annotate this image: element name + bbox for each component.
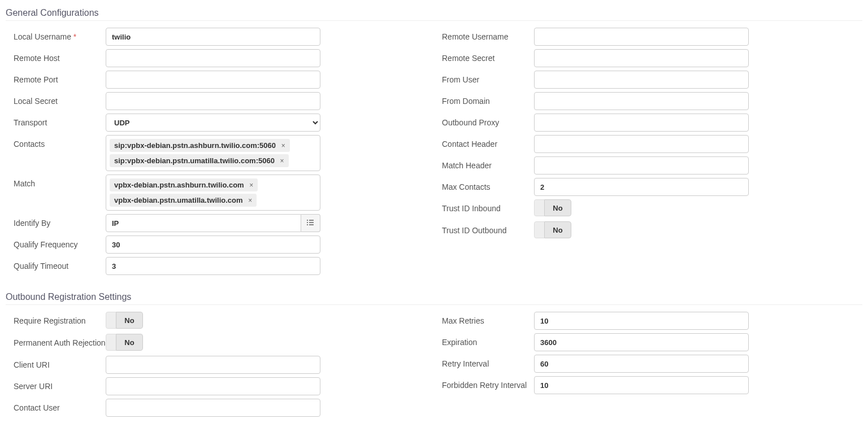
toggle-track bbox=[106, 334, 116, 351]
label-from-user: From User bbox=[434, 71, 534, 84]
label-remote-port: Remote Port bbox=[6, 71, 106, 84]
label-local-username: Local Username * bbox=[6, 28, 106, 41]
label-match: Match bbox=[6, 175, 106, 188]
toggle-track bbox=[106, 312, 116, 329]
label-identify-by: Identify By bbox=[6, 214, 106, 228]
from-user-input[interactable] bbox=[534, 71, 749, 89]
toggle-track bbox=[534, 199, 544, 216]
label-max-contacts: Max Contacts bbox=[434, 178, 534, 191]
from-domain-input[interactable] bbox=[534, 92, 749, 110]
label-max-retries: Max Retries bbox=[434, 312, 534, 325]
label-retry-interval: Retry Interval bbox=[434, 355, 534, 368]
contacts-tagbox[interactable]: sip:vpbx-debian.pstn.ashburn.twilio.com:… bbox=[106, 135, 320, 171]
match-tag[interactable]: vpbx-debian.pstn.ashburn.twilio.com × bbox=[110, 178, 258, 191]
toggle-knob: No bbox=[116, 312, 143, 329]
label-contacts: Contacts bbox=[6, 135, 106, 149]
match-tag[interactable]: vpbx-debian.pstn.umatilla.twilio.com × bbox=[110, 194, 257, 207]
label-trust-id-inbound: Trust ID Inbound bbox=[434, 199, 534, 213]
tag-text: sip:vpbx-debian.pstn.ashburn.twilio.com:… bbox=[114, 141, 276, 150]
label-contact-header: Contact Header bbox=[434, 135, 534, 149]
required-asterisk: * bbox=[73, 32, 76, 41]
toggle-track bbox=[534, 221, 544, 238]
label-remote-host: Remote Host bbox=[6, 49, 106, 63]
tag-text: vpbx-debian.pstn.umatilla.twilio.com bbox=[114, 196, 243, 204]
contact-tag[interactable]: sip:vpbx-debian.pstn.ashburn.twilio.com:… bbox=[110, 139, 290, 152]
svg-rect-1 bbox=[309, 220, 314, 220]
max-contacts-input[interactable] bbox=[534, 178, 749, 196]
list-icon bbox=[306, 219, 314, 228]
remove-tag-icon[interactable]: × bbox=[281, 142, 285, 150]
contact-header-input[interactable] bbox=[534, 135, 749, 153]
svg-rect-5 bbox=[309, 224, 314, 225]
qualify-frequency-input[interactable] bbox=[106, 236, 320, 254]
svg-rect-3 bbox=[309, 222, 314, 223]
identify-by-list-button[interactable] bbox=[301, 214, 320, 232]
label-match-header: Match Header bbox=[434, 156, 534, 170]
svg-point-0 bbox=[307, 220, 308, 221]
toggle-knob: No bbox=[116, 334, 143, 351]
label-forbidden-retry-interval: Forbidden Retry Interval bbox=[434, 376, 534, 390]
local-secret-input[interactable] bbox=[106, 92, 320, 110]
label-server-uri: Server URI bbox=[6, 377, 106, 391]
server-uri-input[interactable] bbox=[106, 377, 320, 395]
contact-tag[interactable]: sip:vpbx-debian.pstn.umatilla.twilio.com… bbox=[110, 154, 289, 167]
retry-interval-input[interactable] bbox=[534, 355, 749, 373]
permanent-auth-rejection-toggle[interactable]: No bbox=[106, 334, 143, 351]
max-retries-input[interactable] bbox=[534, 312, 749, 330]
remote-host-input[interactable] bbox=[106, 49, 320, 67]
require-registration-toggle[interactable]: No bbox=[106, 312, 143, 329]
local-username-input[interactable] bbox=[106, 28, 320, 46]
label-from-domain: From Domain bbox=[434, 92, 534, 106]
toggle-knob: No bbox=[544, 199, 571, 216]
trust-id-inbound-toggle[interactable]: No bbox=[534, 199, 571, 216]
label-remote-secret: Remote Secret bbox=[434, 49, 534, 63]
remove-tag-icon[interactable]: × bbox=[249, 181, 253, 189]
qualify-timeout-input[interactable] bbox=[106, 257, 320, 275]
trust-id-outbound-toggle[interactable]: No bbox=[534, 221, 571, 238]
outbound-proxy-input[interactable] bbox=[534, 114, 749, 132]
transport-select[interactable]: UDP bbox=[106, 114, 320, 132]
label-text: Local Username bbox=[14, 32, 71, 41]
svg-point-2 bbox=[307, 222, 308, 223]
section-title-outbound: Outbound Registration Settings bbox=[6, 289, 862, 305]
tag-text: vpbx-debian.pstn.ashburn.twilio.com bbox=[114, 181, 244, 189]
remote-port-input[interactable] bbox=[106, 71, 320, 89]
label-trust-id-outbound: Trust ID Outbound bbox=[434, 221, 534, 235]
label-remote-username: Remote Username bbox=[434, 28, 534, 41]
label-outbound-proxy: Outbound Proxy bbox=[434, 114, 534, 127]
toggle-knob: No bbox=[544, 221, 571, 238]
match-header-input[interactable] bbox=[534, 156, 749, 175]
label-client-uri: Client URI bbox=[6, 356, 106, 369]
label-qualify-frequency: Qualify Frequency bbox=[6, 236, 106, 249]
label-contact-user: Contact User bbox=[6, 399, 106, 412]
label-transport: Transport bbox=[6, 114, 106, 127]
forbidden-retry-interval-input[interactable] bbox=[534, 376, 749, 394]
remote-username-input[interactable] bbox=[534, 28, 749, 46]
match-tagbox[interactable]: vpbx-debian.pstn.ashburn.twilio.com × vp… bbox=[106, 175, 320, 211]
label-local-secret: Local Secret bbox=[6, 92, 106, 106]
tag-text: sip:vpbx-debian.pstn.umatilla.twilio.com… bbox=[114, 156, 275, 165]
expiration-input[interactable] bbox=[534, 333, 749, 351]
label-require-registration: Require Registration bbox=[6, 312, 106, 325]
contact-user-input[interactable] bbox=[106, 399, 320, 417]
section-title-general: General Configurations bbox=[6, 5, 862, 21]
identify-by-input[interactable] bbox=[106, 214, 301, 232]
remove-tag-icon[interactable]: × bbox=[280, 157, 284, 165]
remove-tag-icon[interactable]: × bbox=[248, 197, 252, 204]
label-expiration: Expiration bbox=[434, 333, 534, 347]
label-qualify-timeout: Qualify Timeout bbox=[6, 257, 106, 271]
svg-point-4 bbox=[307, 224, 308, 225]
label-permanent-auth-rejection: Permanent Auth Rejection bbox=[6, 334, 106, 347]
client-uri-input[interactable] bbox=[106, 356, 320, 374]
remote-secret-input[interactable] bbox=[534, 49, 749, 67]
